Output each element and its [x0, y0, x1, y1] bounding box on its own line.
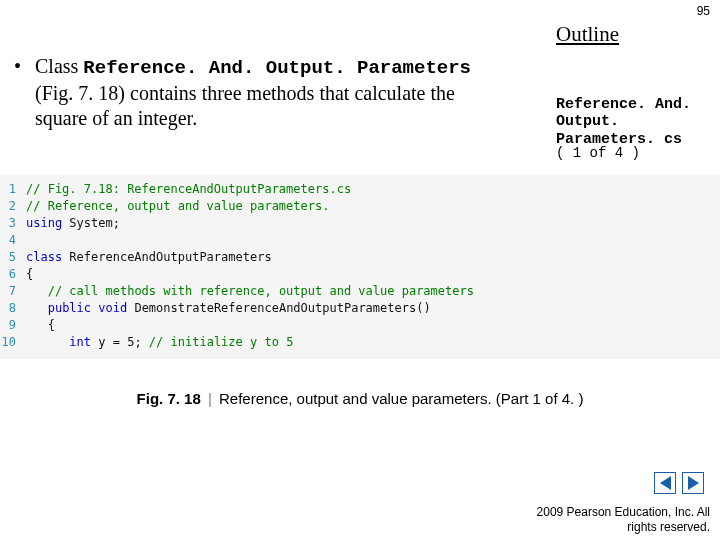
code-content: {	[26, 317, 720, 334]
nav-buttons	[654, 472, 704, 494]
outline-heading: Outline	[556, 22, 619, 47]
bullet-text: Class Reference. And. Output. Parameters…	[35, 54, 497, 131]
line-number: 2	[0, 198, 26, 215]
caption-pipe: |	[205, 390, 215, 407]
line-number: 9	[0, 317, 26, 334]
code-content: int y = 5; // initialize y to 5	[26, 334, 720, 351]
code-content: // Reference, output and value parameter…	[26, 198, 720, 215]
code-content: class ReferenceAndOutputParameters	[26, 249, 720, 266]
part-count: ( 1 of 4 )	[556, 145, 640, 161]
code-line: 9 {	[0, 317, 720, 334]
line-number: 4	[0, 232, 26, 249]
code-listing: 1// Fig. 7.18: ReferenceAndOutputParamet…	[0, 175, 720, 359]
code-line: 2// Reference, output and value paramete…	[0, 198, 720, 215]
code-content: // call methods with reference, output a…	[26, 283, 720, 300]
code-content: using System;	[26, 215, 720, 232]
line-number: 3	[0, 215, 26, 232]
code-line: 4	[0, 232, 720, 249]
line-number: 5	[0, 249, 26, 266]
prev-button[interactable]	[654, 472, 676, 494]
code-line: 5class ReferenceAndOutputParameters	[0, 249, 720, 266]
code-line: 8 public void DemonstrateReferenceAndOut…	[0, 300, 720, 317]
line-number: 8	[0, 300, 26, 317]
bullet-rest: (Fig. 7. 18) contains three methods that…	[35, 82, 455, 129]
code-line: 3using System;	[0, 215, 720, 232]
triangle-right-icon	[688, 476, 699, 490]
copyright: 2009 Pearson Education, Inc. All rights …	[520, 505, 710, 534]
code-line: 7 // call methods with reference, output…	[0, 283, 720, 300]
bullet-prefix: Class	[35, 55, 83, 77]
page-number: 95	[697, 4, 710, 18]
code-content	[26, 232, 720, 249]
figure-caption: Fig. 7. 18 | Reference, output and value…	[0, 390, 720, 407]
line-number: 7	[0, 283, 26, 300]
line-number: 6	[0, 266, 26, 283]
line-number: 1	[0, 181, 26, 198]
code-content: {	[26, 266, 720, 283]
file-label: Reference. And. Output. Parameters. cs	[556, 96, 720, 148]
code-line: 1// Fig. 7.18: ReferenceAndOutputParamet…	[0, 181, 720, 198]
code-line: 10 int y = 5; // initialize y to 5	[0, 334, 720, 351]
bullet-paragraph: • Class Reference. And. Output. Paramete…	[14, 54, 499, 131]
bullet-classname: Reference. And. Output. Parameters	[83, 57, 471, 79]
code-content: public void DemonstrateReferenceAndOutpu…	[26, 300, 720, 317]
code-line: 6{	[0, 266, 720, 283]
next-button[interactable]	[682, 472, 704, 494]
caption-figno: Fig. 7. 18	[137, 390, 201, 407]
line-number: 10	[0, 334, 26, 351]
caption-text: Reference, output and value parameters. …	[219, 390, 583, 407]
bullet-marker: •	[14, 54, 30, 79]
code-content: // Fig. 7.18: ReferenceAndOutputParamete…	[26, 181, 720, 198]
triangle-left-icon	[660, 476, 671, 490]
